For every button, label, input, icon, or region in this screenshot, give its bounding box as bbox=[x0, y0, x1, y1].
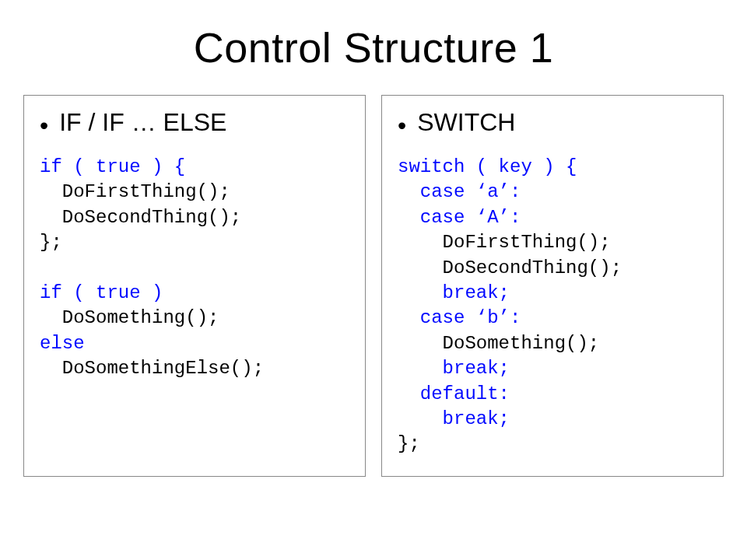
slide-title: Control Structure 1 bbox=[23, 23, 724, 72]
code-line: break; bbox=[398, 407, 707, 432]
left-column: • IF / IF … ELSE if ( true ) { DoFirstTh… bbox=[23, 95, 366, 477]
code-line: DoSomethingElse(); bbox=[40, 356, 349, 381]
code-line bbox=[40, 256, 349, 281]
code-line: DoSomething(); bbox=[398, 331, 707, 356]
bullet-icon: • bbox=[398, 113, 406, 138]
right-bullet-row: • SWITCH bbox=[398, 108, 707, 138]
code-line: DoSomething(); bbox=[40, 306, 349, 331]
code-line: if ( true ) { bbox=[40, 155, 349, 180]
left-bullet-row: • IF / IF … ELSE bbox=[40, 108, 349, 138]
code-line: break; bbox=[398, 356, 707, 381]
code-line: case ‘b’: bbox=[398, 306, 707, 331]
code-line: DoSecondThing(); bbox=[398, 256, 707, 281]
code-line: default: bbox=[398, 382, 707, 407]
code-line: if ( true ) bbox=[40, 281, 349, 306]
code-line: else bbox=[40, 331, 349, 356]
code-line: case ‘A’: bbox=[398, 205, 707, 230]
code-line: DoFirstThing(); bbox=[40, 180, 349, 205]
columns: • IF / IF … ELSE if ( true ) { DoFirstTh… bbox=[23, 95, 724, 477]
code-line: }; bbox=[40, 230, 349, 255]
left-code-block: if ( true ) { DoFirstThing(); DoSecondTh… bbox=[40, 155, 349, 382]
code-line: switch ( key ) { bbox=[398, 155, 707, 180]
left-heading: IF / IF … ELSE bbox=[59, 108, 226, 137]
right-code-block: switch ( key ) { case ‘a’: case ‘A’: DoF… bbox=[398, 155, 707, 457]
code-line: }; bbox=[398, 432, 707, 457]
code-line: break; bbox=[398, 281, 707, 306]
right-column: • SWITCH switch ( key ) { case ‘a’: case… bbox=[381, 95, 724, 477]
right-heading: SWITCH bbox=[417, 108, 515, 137]
code-line: DoSecondThing(); bbox=[40, 205, 349, 230]
bullet-icon: • bbox=[40, 113, 48, 138]
code-line: case ‘a’: bbox=[398, 180, 707, 205]
code-line: DoFirstThing(); bbox=[398, 230, 707, 255]
slide: Control Structure 1 • IF / IF … ELSE if … bbox=[0, 0, 747, 560]
